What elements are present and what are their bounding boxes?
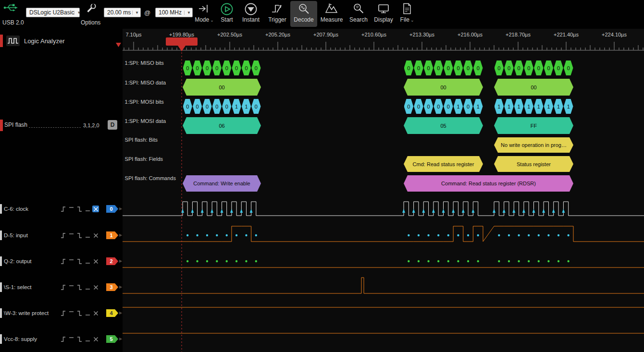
decode-row-label-text: 1:SPI: MOSI bits [125,99,164,105]
trigger-any-icon[interactable] [92,206,99,212]
trigger-any-icon[interactable] [92,232,99,239]
decode-label: Decode [290,16,317,23]
trigger-high-icon[interactable] [68,232,74,239]
flash-command-annotation[interactable]: Command: Read status register (RDSR) [404,175,573,192]
decoder-badge[interactable]: D [108,120,117,130]
channel-expand-icon[interactable]: ▶ [119,206,122,211]
trigger-low-icon[interactable] [84,232,91,239]
decode-row-label-text: SPI flash: Fields [125,156,163,162]
mosi-data-annotation[interactable]: 05 [404,117,483,134]
trigger-neg-icon[interactable] [76,284,83,291]
trigger-high-icon[interactable] [68,258,74,265]
trigger-neg-icon[interactable] [76,206,83,212]
trigger-pos-icon[interactable] [60,232,66,239]
measure-button[interactable]: Measure [318,1,345,27]
trigger-any-icon[interactable] [92,310,99,316]
trigger-high-icon[interactable] [68,284,74,291]
start-label: Start [213,16,240,23]
channel-index-badge[interactable]: 0 [106,205,118,213]
trigger-neg-icon[interactable] [76,232,83,239]
channel-row[interactable]: D-5: input1▶ [0,230,123,241]
channel-row[interactable]: \W-3: write protect4▶ [0,307,123,319]
decode-button[interactable]: Decode [290,1,317,27]
trigger-low-icon[interactable] [84,336,91,342]
usb-icon [3,1,19,16]
ruler-time-label: 7.10µs [125,32,141,37]
decode-row-label: »1:SPI: MOSI data [120,118,166,124]
channel-color-tab [0,204,2,214]
trigger-low-icon[interactable] [84,284,91,291]
analyzer-title: Logic Analyzer [24,37,65,45]
chevron-down-icon: ▼ [132,11,139,15]
trigger-low-icon[interactable] [84,310,91,316]
rate-select[interactable]: 100 MHz ▼ [155,8,193,17]
channel-expand-icon[interactable]: ▶ [119,311,122,315]
trigger-high-icon[interactable] [68,336,74,342]
decoder-color-tab [0,120,3,131]
trigger-pos-icon[interactable] [60,310,66,316]
trigger-icon [264,2,291,16]
display-label: Display [370,16,397,23]
start-button[interactable]: Start [213,1,240,27]
trigger-high-icon[interactable] [68,206,74,212]
decode-row-label-text: SPI flash: Commands [125,175,176,181]
channel-row[interactable]: \S-1: select3▶ [0,281,123,293]
trigger-neg-icon[interactable] [76,336,83,342]
channel-color-tab [0,256,2,266]
instant-button[interactable]: Instant [237,1,264,27]
channel-index-badge[interactable]: 5 [106,335,118,343]
channel-index-badge[interactable]: 3 [106,283,118,291]
file-button[interactable]: File⌄ [394,1,421,27]
search-icon [345,2,372,16]
trigger-pos-icon[interactable] [60,284,66,291]
trigger-button[interactable]: Trigger [264,1,291,27]
at-label: @ [144,9,150,16]
trigger-pos-icon[interactable] [60,206,66,212]
channel-expand-icon[interactable]: ▶ [119,259,122,263]
flash-command-annotation[interactable]: Command: Write enable [183,175,261,192]
channel-row[interactable]: Vcc-8: supply5▶ [0,333,123,345]
trigger-label: Trigger [264,16,291,23]
trigger-any-icon[interactable] [92,258,99,265]
trigger-any-icon[interactable] [92,284,99,291]
trigger-pos-icon[interactable] [60,258,66,265]
flash-bits-annotation[interactable]: No write operation in prog… [494,137,573,153]
flash-field-annotation[interactable]: Cmd: Read status register [404,156,483,172]
channel-row[interactable]: C-6: clock0▶ [0,203,123,215]
channel-row[interactable]: Q-2: output2▶ [0,255,123,267]
trigger-pos-icon[interactable] [60,336,66,342]
decode-row-label-text: SPI flash: Bits [125,137,158,143]
ruler-time-label: +199.80µs [169,32,194,37]
duration-select[interactable]: 20.00 ms ▼ [104,8,141,17]
toolbar: USB 2.0 DSLogic U2Basic ▼ Options 20.00 … [0,0,644,29]
mosi-data-annotation[interactable]: FF [494,117,573,134]
flash-field-annotation[interactable]: Status register [494,156,573,172]
channel-index-badge[interactable]: 4 [106,309,118,317]
trigger-low-icon[interactable] [84,206,91,212]
miso-data-annotation[interactable]: 00 [494,79,573,96]
channel-color-tab [0,308,2,318]
miso-data-annotation[interactable]: 00 [404,79,483,96]
channel-label: Q-2: output [4,258,32,264]
channel-color-tab [0,282,2,292]
channel-expand-icon[interactable]: ▶ [119,337,122,341]
channel-expand-icon[interactable]: ▶ [119,233,122,237]
search-button[interactable]: Search [345,1,372,27]
decode-icon [290,2,317,16]
decoder-probes: 3,1,2,0 [83,122,99,128]
trigger-neg-icon[interactable] [76,310,83,316]
trigger-low-icon[interactable] [84,258,91,265]
mosi-data-annotation[interactable]: 06 [183,117,261,134]
miso-data-annotation[interactable]: 00 [183,79,261,96]
channel-index-badge[interactable]: 2 [106,257,118,265]
trigger-neg-icon[interactable] [76,258,83,265]
decoder-row[interactable]: SPI flash 3,1,2,0 D [0,120,123,131]
display-button[interactable]: Display [370,1,397,27]
trigger-high-icon[interactable] [68,310,74,316]
trigger-any-icon[interactable] [92,336,99,342]
start-icon [213,2,240,16]
device-select[interactable]: DSLogic U2Basic ▼ [26,8,80,17]
channel-index-badge[interactable]: 1 [106,231,118,239]
options-wrench-icon[interactable] [86,2,97,16]
channel-expand-icon[interactable]: ▶ [119,285,122,289]
